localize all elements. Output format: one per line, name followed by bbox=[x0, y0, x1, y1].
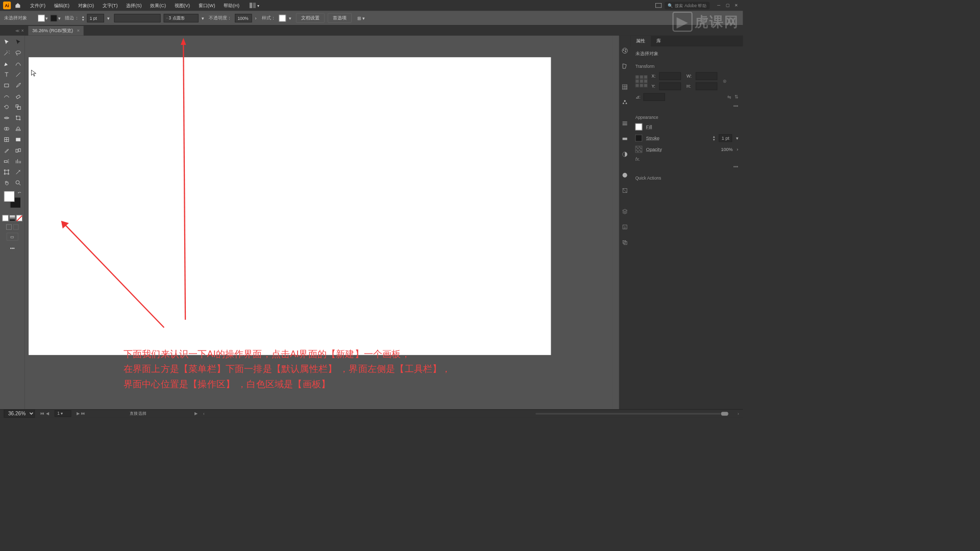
gradient-panel-icon[interactable] bbox=[621, 135, 628, 142]
chevron-right-icon[interactable]: › bbox=[737, 146, 738, 152]
eyedropper-tool-icon[interactable] bbox=[1, 145, 12, 156]
more-tools-icon[interactable]: ••• bbox=[10, 246, 15, 251]
angle-input[interactable] bbox=[644, 93, 665, 101]
menu-view[interactable]: 视图(V) bbox=[170, 1, 193, 10]
fill-label[interactable]: Fill bbox=[646, 124, 652, 130]
rotate-tool-icon[interactable] bbox=[1, 102, 12, 112]
h-scrollbar[interactable] bbox=[535, 413, 729, 414]
w-input[interactable] bbox=[696, 72, 717, 80]
graph-tool-icon[interactable] bbox=[13, 156, 23, 166]
stroke-swatch[interactable] bbox=[635, 135, 643, 142]
menu-select[interactable]: 选择(S) bbox=[122, 1, 145, 10]
search-input[interactable]: 🔍搜索 Adobe 帮助 bbox=[665, 2, 709, 9]
menu-type[interactable]: 文字(T) bbox=[99, 1, 121, 10]
mesh-tool-icon[interactable] bbox=[1, 135, 12, 145]
layers-panel-icon[interactable] bbox=[621, 208, 628, 215]
chevron-left-icon[interactable]: ‹ bbox=[203, 411, 205, 416]
menu-help[interactable]: 帮助(H) bbox=[220, 1, 243, 10]
menu-window[interactable]: 窗口(W) bbox=[194, 1, 219, 10]
menu-effect[interactable]: 效果(C) bbox=[146, 1, 170, 10]
artboard-select[interactable]: 1 ▾ bbox=[55, 410, 71, 417]
play-icon[interactable]: ▶ bbox=[194, 411, 198, 416]
stroke-weight-value[interactable]: 1 pt bbox=[719, 134, 732, 142]
fill-swatch[interactable] bbox=[635, 123, 643, 131]
lasso-tool-icon[interactable] bbox=[13, 48, 23, 58]
graphic-styles-panel-icon[interactable] bbox=[621, 187, 628, 194]
flip-v-icon[interactable]: ⇅ bbox=[734, 94, 739, 100]
fx-button[interactable]: fx. bbox=[635, 157, 739, 162]
transparency-panel-icon[interactable] bbox=[621, 151, 628, 158]
pen-tool-icon[interactable] bbox=[1, 59, 12, 69]
brush-select[interactable] bbox=[164, 14, 199, 22]
stepper-icon[interactable]: ▴▾ bbox=[82, 15, 84, 21]
draw-behind-icon[interactable] bbox=[13, 224, 19, 230]
free-transform-tool-icon[interactable] bbox=[13, 113, 23, 123]
slice-tool-icon[interactable] bbox=[13, 167, 23, 177]
line-tool-icon[interactable] bbox=[13, 69, 23, 80]
style-swatch[interactable] bbox=[279, 14, 286, 21]
menu-edit[interactable]: 编辑(E) bbox=[50, 1, 73, 10]
h-input[interactable] bbox=[696, 82, 717, 90]
align-icon[interactable]: ⊞ ▾ bbox=[357, 15, 365, 21]
rectangle-tool-icon[interactable] bbox=[1, 81, 12, 91]
chevron-right-icon[interactable]: › bbox=[738, 411, 739, 416]
type-tool-icon[interactable] bbox=[1, 69, 12, 80]
screen-mode-icon[interactable]: ▭ bbox=[7, 233, 18, 240]
hand-tool-icon[interactable] bbox=[1, 178, 12, 188]
artboard-tool-icon[interactable] bbox=[1, 167, 12, 177]
selection-tool-icon[interactable] bbox=[1, 37, 12, 47]
minimize-icon[interactable]: ─ bbox=[717, 3, 723, 8]
fill-swatch[interactable] bbox=[38, 14, 45, 21]
brushes-panel-icon[interactable] bbox=[621, 84, 628, 91]
close-icon[interactable]: ✕ bbox=[734, 3, 740, 8]
chevron-right-icon[interactable]: › bbox=[255, 15, 259, 21]
zoom-tool-icon[interactable] bbox=[13, 178, 23, 188]
swatches-panel-icon[interactable] bbox=[621, 63, 628, 70]
symbols-panel-icon[interactable] bbox=[621, 99, 628, 106]
more-options-icon[interactable]: ••• bbox=[635, 103, 739, 109]
reference-point-icon[interactable] bbox=[635, 75, 648, 87]
opacity-label[interactable]: Opacity bbox=[646, 146, 662, 152]
eraser-tool-icon[interactable] bbox=[13, 91, 23, 102]
last-artboard-icon[interactable]: ⏭ bbox=[81, 411, 85, 416]
more-options-icon[interactable]: ••• bbox=[635, 164, 739, 170]
link-wh-icon[interactable]: ⊗ bbox=[723, 79, 727, 84]
shaper-tool-icon[interactable] bbox=[1, 91, 12, 102]
width-tool-icon[interactable] bbox=[1, 113, 12, 123]
blend-tool-icon[interactable] bbox=[13, 145, 23, 156]
next-artboard-icon[interactable]: ▶ bbox=[77, 411, 80, 416]
tab-group-close-icon[interactable]: ≪ × bbox=[15, 28, 23, 33]
chevron-down-icon[interactable]: ▾ bbox=[289, 15, 293, 21]
flip-h-icon[interactable]: ⇋ bbox=[727, 94, 731, 100]
symbol-sprayer-tool-icon[interactable] bbox=[1, 156, 12, 166]
perspective-tool-icon[interactable] bbox=[13, 124, 23, 134]
opacity-input[interactable] bbox=[235, 14, 252, 22]
artboard[interactable] bbox=[29, 57, 551, 355]
foreground-color[interactable] bbox=[4, 191, 15, 202]
color-swap[interactable]: ⤺ bbox=[4, 191, 21, 208]
direct-selection-tool-icon[interactable] bbox=[13, 37, 23, 47]
gradient-mode-icon[interactable] bbox=[9, 215, 15, 221]
stroke-profile-select[interactable] bbox=[114, 14, 161, 22]
stroke-label[interactable]: Stroke bbox=[646, 135, 659, 141]
swap-colors-icon[interactable]: ⤺ bbox=[18, 190, 21, 194]
menu-file[interactable]: 文件(F) bbox=[27, 1, 50, 10]
artboards-panel-icon[interactable] bbox=[621, 239, 628, 246]
document-tab[interactable]: 36.26% (RGB/预览) × bbox=[29, 26, 84, 35]
y-input[interactable] bbox=[659, 82, 681, 90]
asset-export-panel-icon[interactable] bbox=[621, 223, 628, 231]
stroke-swatch[interactable] bbox=[51, 14, 58, 21]
paintbrush-tool-icon[interactable] bbox=[13, 81, 23, 91]
chevron-down-icon[interactable]: ▾ bbox=[45, 15, 50, 21]
scale-tool-icon[interactable] bbox=[13, 102, 23, 112]
shape-builder-tool-icon[interactable] bbox=[1, 124, 12, 134]
appearance-panel-icon[interactable] bbox=[621, 172, 628, 179]
tab-libraries[interactable]: 库 bbox=[651, 36, 666, 46]
chevron-down-icon[interactable]: ▾ bbox=[736, 135, 739, 141]
tab-properties[interactable]: 属性 bbox=[631, 36, 651, 46]
stroke-weight-input[interactable] bbox=[87, 14, 104, 22]
color-panel-icon[interactable] bbox=[621, 47, 628, 54]
magic-wand-tool-icon[interactable] bbox=[1, 48, 12, 58]
x-input[interactable] bbox=[659, 72, 681, 80]
home-icon[interactable] bbox=[14, 2, 21, 9]
